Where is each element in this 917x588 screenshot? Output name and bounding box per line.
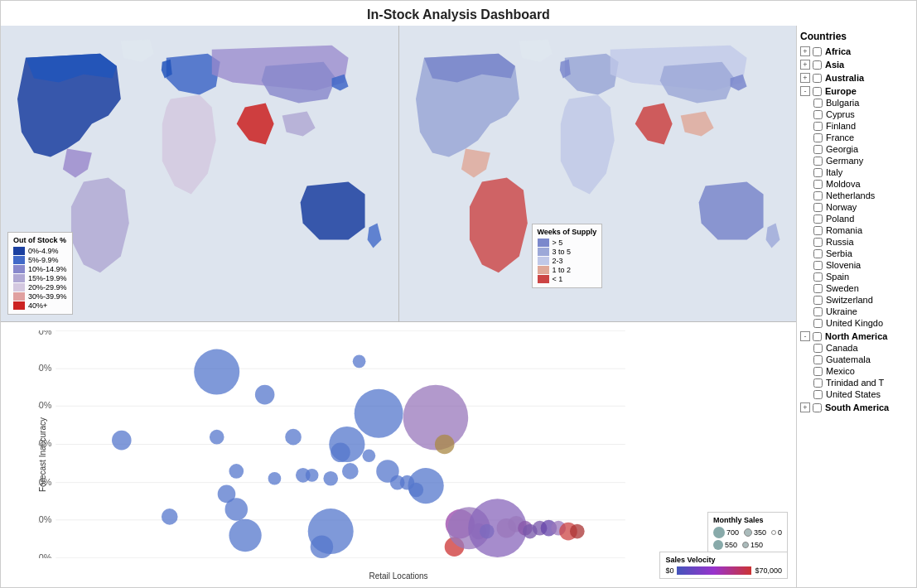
sidebar-group-australia-item[interactable]: + Australia [800, 72, 913, 84]
georgia-checkbox[interactable] [813, 145, 823, 154]
australia-checkbox[interactable] [813, 74, 822, 83]
sidebar-group-na-item[interactable]: - North America [800, 330, 913, 342]
sidebar-group-asia-item[interactable]: + Asia [800, 59, 913, 70]
sidebar-item-germany[interactable]: Germany [813, 155, 913, 166]
sidebar-item-georgia[interactable]: Georgia [813, 143, 913, 155]
sidebar-item-switzerland[interactable]: Switzerland [813, 294, 913, 306]
asia-checkbox[interactable] [813, 60, 822, 70]
canada-checkbox[interactable] [813, 344, 823, 353]
sidebar-item-sweden[interactable]: Sweden [813, 282, 913, 294]
switzerland-checkbox[interactable] [813, 296, 823, 305]
sidebar-item-cyprus[interactable]: Cyprus [813, 108, 913, 120]
scatter-plot-area: Forecast Inaccuracy 0% 10% 20% 30% [1, 322, 796, 587]
velocity-max: $70,000 [755, 566, 782, 575]
sidebar-item-italy[interactable]: Italy [813, 166, 913, 178]
svg-point-27 [229, 464, 244, 479]
united-kingdom-checkbox[interactable] [813, 319, 823, 328]
spain-checkbox[interactable] [813, 272, 823, 282]
expand-sa-icon[interactable]: + [800, 402, 810, 412]
svg-point-47 [408, 468, 444, 504]
expand-asia-icon[interactable]: + [800, 60, 810, 70]
svg-point-28 [229, 519, 261, 552]
sa-checkbox[interactable] [813, 403, 822, 412]
cyprus-checkbox[interactable] [813, 110, 823, 119]
mexico-checkbox[interactable] [813, 367, 823, 376]
sidebar-group-europe-item[interactable]: - Europe [800, 85, 913, 97]
sidebar-item-bulgaria[interactable]: Bulgaria [813, 97, 913, 108]
sidebar-item-finland[interactable]: Finland [813, 120, 913, 132]
monthly-sales-label: Monthly Sales [713, 516, 782, 524]
weeks-supply-legend-title: Weeks of Supply [538, 228, 597, 236]
svg-point-29 [255, 385, 275, 405]
sidebar-group-africa: + Africa [800, 46, 913, 57]
sidebar-item-ukraine[interactable]: Ukraine [813, 306, 913, 317]
svg-point-24 [210, 430, 224, 445]
finland-checkbox[interactable] [813, 122, 823, 131]
sidebar-item-united-kingdom[interactable]: United Kingdo [813, 317, 913, 329]
sidebar-item-netherlands[interactable]: Netherlands [813, 190, 913, 201]
weeks-of-supply-map[interactable]: Weeks of Supply > 5 3 to 5 2-3 1 to 2 < … [399, 26, 797, 321]
guatemala-checkbox[interactable] [813, 355, 823, 364]
expand-europe-icon[interactable]: - [800, 86, 810, 96]
sidebar-item-trinidad[interactable]: Trinidad and T [813, 377, 913, 388]
ukraine-checkbox[interactable] [813, 307, 823, 316]
sidebar-item-canada[interactable]: Canada [813, 342, 913, 354]
sidebar-item-slovenia[interactable]: Slovenia [813, 259, 913, 271]
serbia-checkbox[interactable] [813, 249, 823, 258]
norway-checkbox[interactable] [813, 203, 823, 212]
sidebar-item-poland[interactable]: Poland [813, 213, 913, 224]
sidebar-group-sa-item[interactable]: + South America [800, 402, 913, 413]
us-checkbox[interactable] [813, 390, 823, 399]
expand-australia-icon[interactable]: + [800, 73, 810, 83]
sidebar-item-mexico[interactable]: Mexico [813, 365, 913, 377]
out-of-stock-legend: Out of Stock % 0%-4.9% 5%-9.9% 10%-14.9%… [7, 232, 73, 315]
moldova-checkbox[interactable] [813, 180, 823, 189]
expand-na-icon[interactable]: - [800, 331, 810, 341]
svg-text:30%: 30% [38, 438, 52, 448]
scatter-svg: 0% 10% 20% 30% 40% 50% 60% 30 40 50 60 7… [38, 330, 643, 558]
trinidad-checkbox[interactable] [813, 378, 823, 388]
europe-children: Bulgaria Cyprus Finland France Georgia G… [800, 97, 913, 329]
sidebar-item-us[interactable]: United States [813, 388, 913, 400]
out-of-stock-map[interactable]: Out of Stock % 0%-4.9% 5%-9.9% 10%-14.9%… [1, 26, 399, 321]
sidebar-item-serbia[interactable]: Serbia [813, 248, 913, 259]
dashboard: In-Stock Analysis Dashboard [0, 0, 917, 588]
svg-point-23 [194, 349, 239, 395]
europe-checkbox[interactable] [813, 87, 822, 96]
svg-point-33 [306, 469, 319, 482]
velocity-min: $0 [665, 566, 673, 575]
france-checkbox[interactable] [813, 133, 823, 142]
dashboard-title: In-Stock Analysis Dashboard [1, 1, 916, 26]
poland-checkbox[interactable] [813, 214, 823, 224]
svg-point-36 [323, 471, 338, 486]
svg-text:40%: 40% [38, 400, 52, 410]
na-checkbox[interactable] [813, 332, 822, 341]
sidebar-item-norway[interactable]: Norway [813, 201, 913, 213]
sidebar-item-guatemala[interactable]: Guatemala [813, 354, 913, 365]
sidebar-item-moldova[interactable]: Moldova [813, 178, 913, 190]
main-content: Out of Stock % 0%-4.9% 5%-9.9% 10%-14.9%… [1, 26, 916, 587]
svg-text:60%: 60% [38, 330, 52, 336]
russia-checkbox[interactable] [813, 238, 823, 247]
bulgaria-checkbox[interactable] [813, 99, 823, 108]
slovenia-checkbox[interactable] [813, 261, 823, 270]
sidebar-group-africa-item[interactable]: + Africa [800, 46, 913, 57]
sidebar-item-france[interactable]: France [813, 132, 913, 143]
germany-checkbox[interactable] [813, 157, 823, 166]
svg-point-38 [329, 427, 364, 462]
netherlands-checkbox[interactable] [813, 191, 823, 200]
expand-africa-icon[interactable]: + [800, 46, 810, 56]
sidebar-item-romania[interactable]: Romania [813, 224, 913, 236]
svg-point-40 [353, 354, 366, 368]
svg-text:10%: 10% [38, 514, 52, 524]
svg-point-41 [363, 449, 376, 462]
out-of-stock-legend-title: Out of Stock % [13, 236, 67, 244]
sidebar-item-russia[interactable]: Russia [813, 236, 913, 248]
svg-point-64 [570, 524, 585, 539]
italy-checkbox[interactable] [813, 168, 823, 177]
sweden-checkbox[interactable] [813, 284, 823, 293]
svg-point-39 [342, 463, 359, 480]
africa-checkbox[interactable] [813, 47, 822, 56]
sidebar-item-spain[interactable]: Spain [813, 271, 913, 282]
romania-checkbox[interactable] [813, 226, 823, 235]
